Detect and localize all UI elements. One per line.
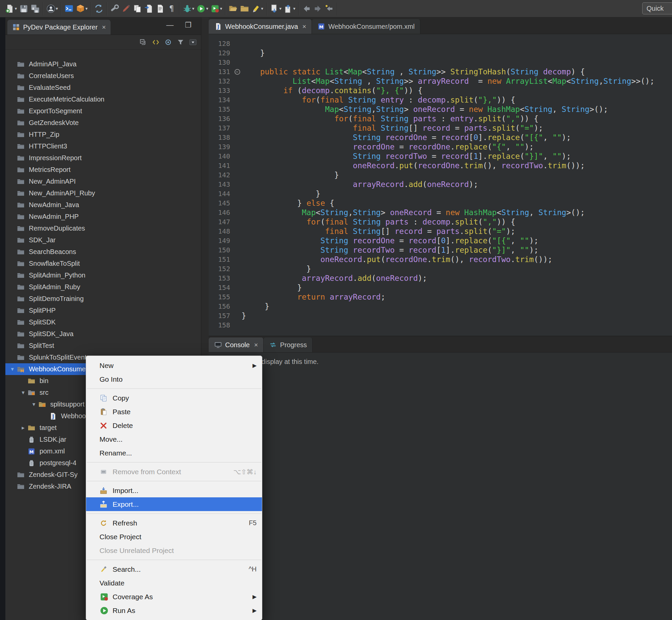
tree-item-newadmin-php[interactable]: NewAdmin_PHP — [5, 211, 201, 222]
dropdown-caret-icon[interactable]: ▾ — [192, 6, 194, 11]
copy-pages-icon[interactable] — [133, 4, 142, 13]
link-with-editor-icon[interactable] — [152, 38, 160, 46]
code-line[interactable]: 153 arrayRecord.add(oneRecord); — [209, 273, 672, 283]
close-icon[interactable]: × — [102, 23, 106, 31]
menu-item-rename[interactable]: Rename... — [86, 446, 262, 460]
tree-item-new-adminapi[interactable]: New_AdminAPI — [5, 175, 201, 187]
tree-item-splitphp[interactable]: SplitPHP — [5, 305, 201, 316]
tree-item-adminapi-java[interactable]: AdminAPI_Java — [5, 58, 201, 70]
menu-item-delete[interactable]: Delete — [86, 419, 262, 432]
new-wizard-icon[interactable]: ▾ — [5, 4, 17, 13]
view-menu-icon[interactable] — [189, 38, 197, 46]
code-line[interactable]: 132 List<Map<String , String>> arrayReco… — [209, 76, 672, 86]
code-line[interactable]: 143 arrayRecord.add(oneRecord); — [209, 179, 672, 189]
menu-item-close-unrelated-project[interactable]: Close Unrelated Project — [86, 544, 262, 557]
folder-tb-icon[interactable] — [240, 4, 249, 13]
code-line[interactable]: 149 String recordOne = record[0].replace… — [209, 236, 672, 245]
code-line[interactable]: 142 } — [209, 170, 672, 179]
maximize-button[interactable]: ❐ — [185, 21, 191, 30]
code-line[interactable]: 137 final String[] record = parts.split(… — [209, 123, 672, 133]
code-line[interactable]: 154 } — [209, 283, 672, 292]
code-line[interactable]: 141 oneRecord.put(recordOne.trim(), reco… — [209, 161, 672, 170]
marker-icon[interactable]: ▾ — [251, 4, 263, 13]
menu-item-go-into[interactable]: Go Into — [86, 372, 262, 386]
tree-item-splittest[interactable]: SplitTest — [5, 340, 201, 352]
code-line[interactable]: 144 } — [209, 189, 672, 198]
pencil-icon[interactable] — [121, 4, 131, 13]
menu-item-paste[interactable]: Paste — [86, 405, 262, 419]
team-sync-icon[interactable] — [94, 4, 104, 13]
tree-item-http-zip[interactable]: HTTP_Zip — [5, 129, 201, 141]
dropdown-caret-icon[interactable]: ▾ — [15, 6, 17, 11]
tree-item-correlateusers[interactable]: CorrelateUsers — [5, 70, 201, 82]
tree-item-new-adminapi-ruby[interactable]: New_AdminAPI_Ruby — [5, 187, 201, 199]
minimize-button[interactable]: — — [166, 21, 173, 30]
save-all-icon[interactable] — [31, 4, 40, 13]
tree-item-splitadmin-python[interactable]: SplitAdmin_Python — [5, 269, 201, 281]
twisty-down-icon[interactable]: ▾ — [30, 401, 38, 408]
tree-item-splitadmin-ruby[interactable]: SplitAdmin_Ruby — [5, 281, 201, 293]
twisty-down-icon[interactable]: ▾ — [19, 389, 27, 396]
menu-item-refresh[interactable]: RefreshF5 — [86, 516, 262, 530]
code-line[interactable]: 145 } else { — [209, 198, 672, 208]
tree-item-metricsreport[interactable]: MetricsReport — [5, 164, 201, 175]
collapse-all-icon[interactable] — [139, 38, 148, 46]
menu-item-move[interactable]: Move... — [86, 432, 262, 446]
dropdown-caret-icon[interactable]: ▾ — [261, 6, 263, 11]
dropdown-caret-icon[interactable]: ▾ — [293, 6, 295, 11]
code-line[interactable]: 128 — [209, 39, 672, 48]
menu-item-coverage-as[interactable]: Coverage As▶ — [86, 590, 262, 604]
tree-item-evaluateseed[interactable]: EvaluateSeed — [5, 82, 201, 94]
code-line[interactable]: 146 Map<String,String> oneRecord = new H… — [209, 208, 672, 217]
code-line[interactable]: 156 } — [209, 302, 672, 311]
tree-item-splitsdk-java[interactable]: SplitSDK_Java — [5, 328, 201, 340]
bottom-tab-progress[interactable]: Progress — [264, 338, 313, 352]
quick-access-input[interactable]: Quick — [642, 2, 672, 14]
twisty-down-icon[interactable]: ▾ — [8, 366, 17, 373]
dropdown-caret-icon[interactable]: ▾ — [86, 6, 88, 11]
user-profile-icon[interactable]: ▾ — [46, 4, 58, 13]
menu-item-export[interactable]: Export... — [86, 497, 262, 511]
code-line[interactable]: 147 for(final String parts : decomp.spli… — [209, 217, 672, 226]
tree-item-getzendeskvote[interactable]: GetZendeskVote — [5, 117, 201, 129]
dropdown-caret-icon[interactable]: ▾ — [220, 6, 222, 11]
editor-tab-webhookconsumer-java[interactable]: JWebhookConsumer.java× — [209, 19, 312, 34]
code-line[interactable]: 138 String recordOne = record[0].replace… — [209, 133, 672, 142]
code-line[interactable]: 135 Map<String,String> oneRecord = new H… — [209, 105, 672, 114]
menu-item-run-as[interactable]: Run As▶ — [86, 604, 262, 617]
last-edit-icon[interactable] — [325, 4, 334, 13]
close-icon[interactable]: × — [302, 23, 306, 31]
external-tools-icon[interactable] — [110, 4, 119, 13]
import-file-icon[interactable] — [144, 4, 154, 13]
menu-item-validate[interactable]: Validate — [86, 576, 262, 590]
code-line[interactable]: 133 if (decomp.contains("}, {")) { — [209, 86, 672, 95]
code-line[interactable]: 131− public static List<Map<String , Str… — [209, 67, 672, 76]
tree-item-executemetriccalculation[interactable]: ExecuteMetricCalculation — [5, 94, 201, 105]
code-line[interactable]: 155 return arrayRecord; — [209, 292, 672, 302]
java-package-icon[interactable]: ▾ — [76, 4, 88, 13]
debug-icon[interactable]: ▾ — [182, 4, 194, 13]
coverage-icon[interactable]: ▾ — [210, 4, 222, 13]
pydev-console-icon[interactable] — [64, 4, 74, 13]
code-line[interactable]: 130 — [209, 58, 672, 67]
menu-item-import[interactable]: Import... — [86, 483, 262, 497]
tree-item-removeduplicates[interactable]: RemoveDuplicates — [5, 222, 201, 234]
code-line[interactable]: 139 recordOne = recordOne.replace("{", "… — [209, 142, 672, 152]
menu-item-new[interactable]: New▶ — [86, 359, 262, 372]
tree-item-exporttosegment[interactable]: ExportToSegment — [5, 105, 201, 117]
pilcrow-icon[interactable]: ¶ — [167, 4, 176, 13]
prev-annotation-icon[interactable]: ▾ — [283, 4, 295, 13]
preview-doc-icon[interactable] — [156, 4, 165, 13]
menu-item-search[interactable]: Search...^H — [86, 562, 262, 576]
bottom-tab-console[interactable]: Console× — [209, 338, 264, 352]
run-icon[interactable]: ▾ — [196, 4, 208, 13]
next-annotation-icon[interactable]: ▾ — [270, 4, 282, 13]
focus-tasks-icon[interactable] — [164, 38, 172, 46]
tree-item-sdk-jar[interactable]: SDK_Jar — [5, 234, 201, 246]
tree-item-splitdemotraining[interactable]: SplitDemoTraining — [5, 293, 201, 305]
tab-pydev-package-explorer[interactable]: PyDev Package Explorer × — [7, 20, 111, 35]
code-line[interactable]: 136 for(final String parts : entry.split… — [209, 114, 672, 123]
menu-item-close-project[interactable]: Close Project — [86, 530, 262, 544]
tree-item-splitsdk[interactable]: SplitSDK — [5, 316, 201, 328]
code-line[interactable]: 158 — [209, 320, 672, 330]
